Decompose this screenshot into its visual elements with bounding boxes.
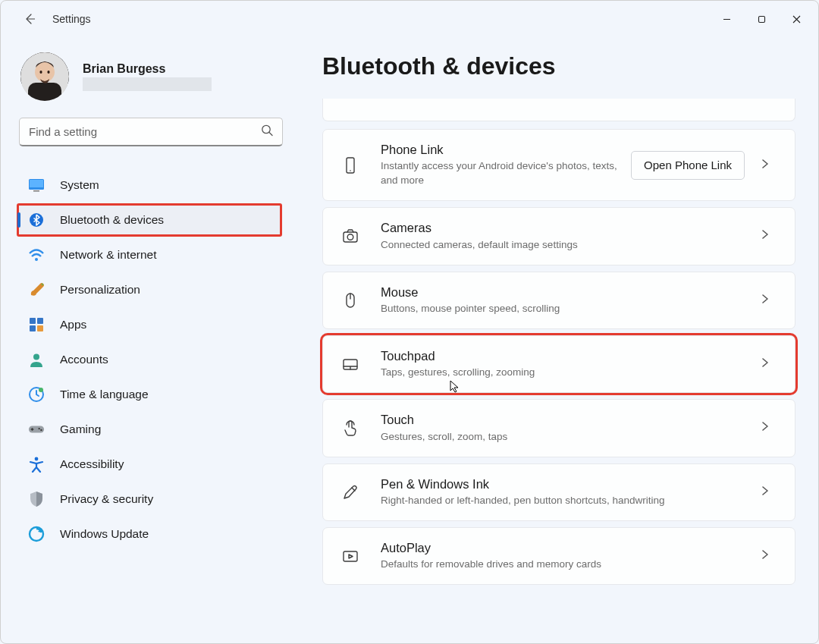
mouse-icon bbox=[340, 290, 361, 311]
card-touchpad[interactable]: TouchpadTaps, gestures, scrolling, zoomi… bbox=[322, 335, 795, 393]
nav-item-label: Time & language bbox=[60, 388, 149, 401]
svg-point-27 bbox=[347, 234, 353, 240]
card-title: Touchpad bbox=[381, 348, 754, 364]
bluetooth-icon bbox=[28, 212, 45, 228]
brush-icon bbox=[28, 281, 45, 298]
apps-icon bbox=[28, 316, 45, 333]
card-title: Cameras bbox=[381, 220, 754, 236]
svg-point-5 bbox=[47, 71, 49, 74]
camera-icon bbox=[340, 225, 361, 247]
card-subtitle: Taps, gestures, scrolling, zooming bbox=[381, 366, 754, 380]
nav-item-personalization[interactable]: Personalization bbox=[17, 274, 281, 306]
chevron-right-icon bbox=[761, 159, 778, 172]
svg-rect-13 bbox=[37, 318, 43, 324]
svg-point-11 bbox=[35, 258, 38, 261]
nav-item-label: Bluetooth & devices bbox=[60, 213, 164, 227]
autoplay-icon bbox=[340, 545, 361, 567]
user-email-placeholder bbox=[83, 77, 212, 91]
nav-item-accessibility[interactable]: Accessibility bbox=[17, 448, 281, 480]
svg-point-22 bbox=[35, 457, 39, 461]
accessibility-icon bbox=[28, 456, 45, 473]
card-subtitle: Right-handed or left-handed, pen button … bbox=[381, 494, 754, 508]
card-partial[interactable] bbox=[322, 99, 795, 121]
nav-item-network-internet[interactable]: Network & internet bbox=[17, 239, 281, 271]
nav-item-apps[interactable]: Apps bbox=[17, 309, 281, 341]
svg-point-18 bbox=[39, 388, 43, 392]
chevron-right-icon bbox=[761, 421, 778, 435]
svg-point-4 bbox=[39, 71, 42, 74]
card-subtitle: Connected cameras, default image setting… bbox=[381, 238, 754, 253]
card-touch[interactable]: TouchGestures, scroll, zoom, taps bbox=[322, 399, 795, 457]
user-name: Brian Burgess bbox=[83, 62, 212, 76]
nav-item-gaming[interactable]: Gaming bbox=[17, 413, 281, 445]
card-subtitle: Instantly access your Android device's p… bbox=[381, 159, 631, 188]
svg-rect-0 bbox=[758, 16, 764, 22]
card-title: Mouse bbox=[381, 284, 754, 300]
minimize-button[interactable] bbox=[709, 1, 744, 37]
wifi-icon bbox=[28, 247, 45, 263]
maximize-button[interactable] bbox=[744, 1, 779, 37]
chevron-right-icon bbox=[761, 549, 778, 563]
search-input[interactable] bbox=[19, 118, 283, 146]
page-title: Bluetooth & devices bbox=[322, 52, 795, 80]
pen-icon bbox=[340, 482, 361, 503]
card-phone-link[interactable]: Phone LinkInstantly access your Android … bbox=[322, 129, 795, 201]
monitor-icon bbox=[28, 177, 45, 193]
nav-item-label: Accounts bbox=[60, 353, 108, 366]
svg-point-20 bbox=[38, 428, 39, 429]
svg-rect-30 bbox=[344, 551, 357, 561]
nav-item-privacy-security[interactable]: Privacy & security bbox=[17, 483, 281, 515]
card-title: Touch bbox=[381, 412, 754, 428]
nav-item-label: Personalization bbox=[60, 283, 140, 297]
phone-icon bbox=[340, 155, 361, 176]
app-title: Settings bbox=[52, 13, 91, 25]
clock-icon bbox=[28, 386, 45, 403]
nav-item-label: Network & internet bbox=[60, 248, 157, 262]
svg-rect-12 bbox=[30, 318, 36, 324]
touchpad-icon bbox=[340, 353, 361, 375]
card-subtitle: Defaults for removable drives and memory… bbox=[381, 558, 754, 572]
nav-item-label: Accessibility bbox=[60, 457, 124, 471]
card-title: Phone Link bbox=[381, 142, 631, 158]
card-cameras[interactable]: CamerasConnected cameras, default image … bbox=[322, 207, 795, 265]
svg-point-25 bbox=[350, 170, 351, 171]
svg-rect-8 bbox=[30, 180, 43, 187]
chevron-right-icon bbox=[761, 229, 778, 243]
nav-item-time-language[interactable]: Time & language bbox=[17, 379, 281, 410]
nav-item-label: System bbox=[60, 178, 99, 192]
open-phone-link-button[interactable]: Open Phone Link bbox=[631, 151, 745, 180]
back-button[interactable] bbox=[22, 11, 37, 27]
nav-item-accounts[interactable]: Accounts bbox=[17, 344, 281, 375]
svg-rect-2 bbox=[28, 83, 61, 101]
card-title: AutoPlay bbox=[381, 540, 754, 556]
svg-rect-26 bbox=[344, 232, 357, 242]
close-button[interactable] bbox=[779, 1, 814, 37]
svg-point-21 bbox=[40, 429, 42, 431]
nav-item-bluetooth-devices[interactable]: Bluetooth & devices bbox=[17, 204, 281, 236]
svg-point-16 bbox=[33, 354, 39, 360]
touch-icon bbox=[340, 417, 361, 438]
chevron-right-icon bbox=[761, 485, 778, 499]
avatar bbox=[20, 52, 69, 101]
nav-item-system[interactable]: System bbox=[17, 169, 281, 201]
update-icon bbox=[28, 526, 45, 542]
svg-rect-9 bbox=[33, 190, 39, 192]
nav-item-windows-update[interactable]: Windows Update bbox=[17, 518, 281, 550]
card-title: Pen & Windows Ink bbox=[381, 476, 754, 492]
card-autoplay[interactable]: AutoPlayDefaults for removable drives an… bbox=[322, 527, 795, 585]
shield-icon bbox=[28, 491, 45, 507]
search-icon bbox=[261, 124, 274, 140]
card-pen-windows-ink[interactable]: Pen & Windows InkRight-handed or left-ha… bbox=[322, 463, 795, 521]
svg-rect-15 bbox=[37, 325, 43, 331]
user-profile[interactable]: Brian Burgess bbox=[20, 52, 293, 101]
card-subtitle: Buttons, mouse pointer speed, scrolling bbox=[381, 302, 754, 316]
nav-item-label: Windows Update bbox=[60, 527, 149, 541]
person-icon bbox=[28, 351, 45, 368]
nav-item-label: Privacy & security bbox=[60, 492, 153, 506]
card-mouse[interactable]: MouseButtons, mouse pointer speed, scrol… bbox=[322, 272, 795, 329]
chevron-right-icon bbox=[761, 357, 778, 371]
card-subtitle: Gestures, scroll, zoom, taps bbox=[381, 430, 754, 445]
gamepad-icon bbox=[28, 421, 45, 438]
chevron-right-icon bbox=[761, 294, 778, 307]
nav-item-label: Apps bbox=[60, 318, 86, 331]
